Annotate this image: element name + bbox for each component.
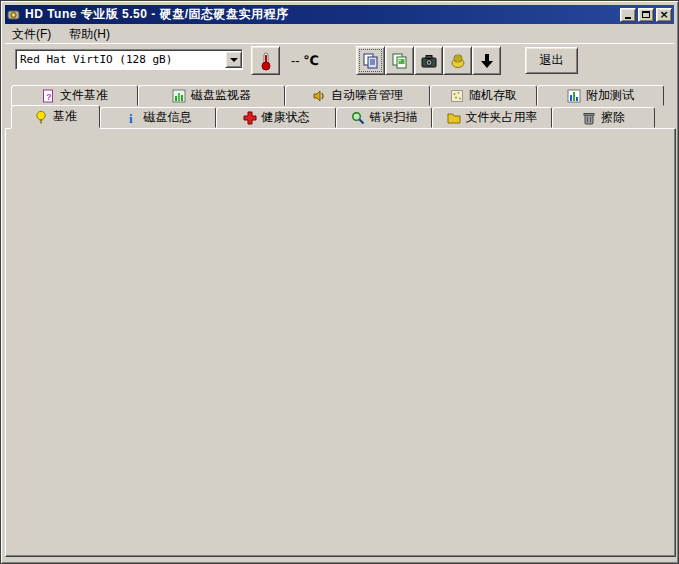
save-results-icon: [478, 52, 496, 70]
minimize-icon: [625, 17, 631, 19]
thermometer-icon: [258, 51, 274, 71]
tab-label: 文件夹占用率: [466, 109, 538, 126]
svg-text:i: i: [129, 111, 133, 125]
titlebar: HD Tune 专业版 5.50 - 硬盘/固态硬盘实用程序 ×: [5, 5, 674, 24]
window-title: HD Tune 专业版 5.50 - 硬盘/固态硬盘实用程序: [25, 6, 288, 23]
drive-selector-value: Red Hat VirtIO (128 gB): [20, 53, 172, 66]
tab-label: 健康状态: [262, 109, 310, 126]
extra-tests-icon: [567, 89, 581, 103]
copy-text-icon: [362, 52, 380, 70]
temperature-readout: -- ℃: [291, 53, 319, 68]
tab-aam-speaker[interactable]: 自动噪音管理: [285, 85, 430, 106]
screenshot-camera-icon: [420, 52, 438, 70]
save-results-button[interactable]: [472, 46, 501, 75]
close-icon: ×: [659, 9, 668, 20]
temperature-value: --: [291, 53, 300, 68]
drive-selector[interactable]: Red Hat VirtIO (128 gB): [15, 49, 243, 70]
health-cross-icon: [243, 111, 257, 125]
copy-image-icon: [391, 52, 409, 70]
minimize-button[interactable]: [620, 8, 636, 22]
tab-folder-usage[interactable]: 文件夹占用率: [432, 107, 552, 128]
tab-random-access[interactable]: 随机存取: [430, 85, 537, 106]
benchmark-panel: [5, 128, 676, 557]
tab-row-bottom: 基准i磁盘信息健康状态错误扫描文件夹占用率擦除: [11, 107, 655, 128]
folder-usage-icon: [447, 111, 461, 125]
file-benchmark-icon: ?: [41, 89, 55, 103]
tab-label: 随机存取: [469, 87, 517, 104]
random-access-icon: [450, 89, 464, 103]
menu-item[interactable]: 文件(F): [5, 25, 58, 44]
tab-label: 附加测试: [586, 87, 634, 104]
app-window: HD Tune 专业版 5.50 - 硬盘/固态硬盘实用程序 × 文件(F)帮助…: [0, 0, 679, 564]
tab-file-benchmark[interactable]: ?文件基准: [11, 85, 138, 106]
exit-button[interactable]: 退出: [525, 47, 578, 74]
menu-item[interactable]: 帮助(H): [62, 25, 117, 44]
hd-tune-app-icon: [7, 8, 21, 22]
tab-erase-trash[interactable]: 擦除: [552, 107, 655, 128]
chevron-down-icon: [230, 58, 238, 62]
drive-selector-dropdown-button[interactable]: [225, 51, 242, 68]
maximize-button[interactable]: [638, 8, 654, 22]
tab-label: 错误扫描: [370, 109, 418, 126]
toolbar: Red Hat VirtIO (128 gB) -- ℃ 退出: [5, 43, 674, 79]
donate-hand-button[interactable]: [443, 46, 472, 75]
donate-hand-icon: [449, 52, 467, 70]
copy-image-button[interactable]: [385, 46, 414, 75]
tab-error-scan[interactable]: 错误扫描: [336, 107, 432, 128]
aam-speaker-icon: [312, 89, 326, 103]
disk-info-icon: i: [125, 111, 139, 125]
disk-monitor-icon: [172, 89, 186, 103]
tab-label: 文件基准: [60, 87, 108, 104]
svg-text:?: ?: [46, 91, 52, 101]
tab-extra-tests[interactable]: 附加测试: [537, 85, 664, 106]
tab-health-cross[interactable]: 健康状态: [216, 107, 336, 128]
temperature-button[interactable]: [251, 46, 280, 75]
benchmark-bulb-icon: [34, 110, 48, 124]
tab-row-top: ?文件基准磁盘监视器自动噪音管理随机存取附加测试: [11, 85, 664, 106]
screenshot-camera-button[interactable]: [414, 46, 443, 75]
tab-disk-monitor[interactable]: 磁盘监视器: [138, 85, 285, 106]
tab-label: 磁盘监视器: [191, 87, 251, 104]
erase-trash-icon: [582, 111, 596, 125]
menu-bar: 文件(F)帮助(H): [5, 25, 674, 43]
tab-label: 自动噪音管理: [331, 87, 403, 104]
close-button[interactable]: ×: [656, 8, 672, 22]
exit-button-label: 退出: [540, 52, 564, 69]
tab-label: 磁盘信息: [144, 109, 192, 126]
temperature-unit: ℃: [303, 53, 319, 68]
tab-benchmark-bulb[interactable]: 基准: [11, 105, 100, 128]
copy-text-button[interactable]: [356, 46, 385, 75]
tab-label: 基准: [53, 108, 77, 125]
tab-disk-info[interactable]: i磁盘信息: [100, 107, 216, 128]
maximize-icon: [642, 11, 650, 18]
error-scan-icon: [351, 111, 365, 125]
tab-label: 擦除: [601, 109, 625, 126]
